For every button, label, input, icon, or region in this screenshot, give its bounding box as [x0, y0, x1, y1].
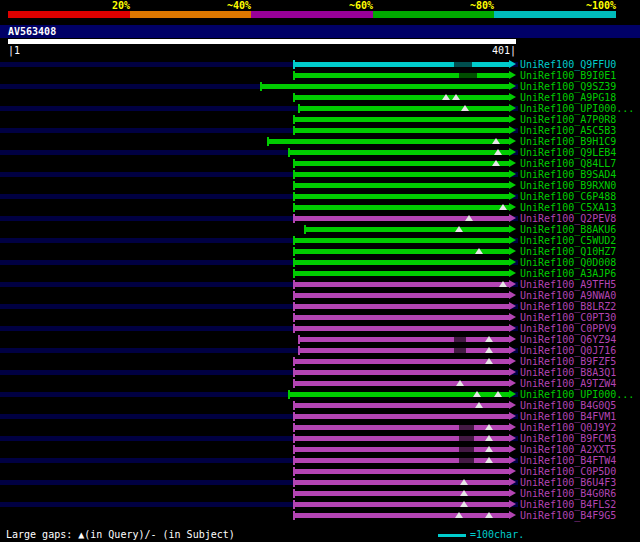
hit-label[interactable]: UniRef100_C6P488: [520, 192, 616, 202]
alignment-bar[interactable]: [294, 502, 510, 507]
hit-label[interactable]: UniRef100_Q0J9Y2: [520, 423, 616, 433]
hit-label[interactable]: UniRef100_Q10HZ7: [520, 247, 616, 257]
alignment-start-tick: [293, 181, 295, 190]
hit-label[interactable]: UniRef100_Q9SZ39: [520, 82, 616, 92]
alignment-start-tick: [293, 379, 295, 388]
hit-label[interactable]: UniRef100_C5XA13: [520, 203, 616, 213]
hit-label[interactable]: UniRef100_Q9FFU0: [520, 60, 616, 70]
alignment-bar[interactable]: [294, 161, 510, 166]
hit-label[interactable]: UniRef100_B4FLS2: [520, 500, 616, 510]
alignment-arrow-icon: [509, 379, 516, 387]
hit-label[interactable]: UniRef100_B8A3Q1: [520, 368, 616, 378]
hit-row: UniRef100_Q9LEB4: [0, 147, 640, 158]
alignment-bar[interactable]: [305, 227, 510, 232]
alignment-start-tick: [293, 71, 295, 80]
hit-label[interactable]: UniRef100_UPI000...: [520, 104, 634, 114]
alignment-bar[interactable]: [294, 315, 510, 320]
alignment-bar[interactable]: [294, 491, 510, 496]
hit-row: UniRef100_B4F9G5: [0, 510, 640, 521]
hit-label[interactable]: UniRef100_B4FTW4: [520, 456, 616, 466]
alignment-bar[interactable]: [294, 370, 510, 375]
alignment-start-tick: [293, 434, 295, 443]
alignment-bar[interactable]: [299, 106, 510, 111]
hit-label[interactable]: UniRef100_A5C5B3: [520, 126, 616, 136]
alignment-bar[interactable]: [294, 183, 510, 188]
alignment-bar[interactable]: [294, 172, 510, 177]
hit-label[interactable]: UniRef100_C0PT30: [520, 313, 616, 323]
alignment-bar[interactable]: [261, 84, 510, 89]
alignment-bar[interactable]: [294, 458, 510, 463]
hit-label[interactable]: UniRef100_C5WUD2: [520, 236, 616, 246]
alignment-bar[interactable]: [294, 238, 510, 243]
hit-label[interactable]: UniRef100_A9TZW4: [520, 379, 616, 389]
query-gap-icon: [475, 402, 483, 408]
alignment-bar[interactable]: [294, 513, 510, 518]
alignment-bar[interactable]: [294, 414, 510, 419]
hit-label[interactable]: UniRef100_B9FZF5: [520, 357, 616, 367]
alignment-bar[interactable]: [294, 216, 510, 221]
hit-label[interactable]: UniRef100_A2XXT5: [520, 445, 616, 455]
hit-label[interactable]: UniRef100_B9SAD4: [520, 170, 616, 180]
alignment-bar[interactable]: [289, 150, 510, 155]
hit-label[interactable]: UniRef100_Q0D008: [520, 258, 616, 268]
hit-label[interactable]: UniRef100_B9I0E1: [520, 71, 616, 81]
alignment-bar[interactable]: [294, 271, 510, 276]
hit-label[interactable]: UniRef100_A9TFH5: [520, 280, 616, 290]
alignment-start-tick: [293, 456, 295, 465]
alignment-bar[interactable]: [268, 139, 510, 144]
hit-label[interactable]: UniRef100_B8LRZ2: [520, 302, 616, 312]
alignment-bar[interactable]: [294, 95, 510, 100]
hit-label[interactable]: UniRef100_B6U4F3: [520, 478, 616, 488]
hit-row: UniRef100_Q0D008: [0, 257, 640, 268]
alignment-bar[interactable]: [294, 117, 510, 122]
alignment-start-tick: [293, 511, 295, 520]
hit-label[interactable]: UniRef100_Q9LEB4: [520, 148, 616, 158]
hit-label[interactable]: UniRef100_A9NWA0: [520, 291, 616, 301]
alignment-bar[interactable]: [294, 205, 510, 210]
hit-label[interactable]: UniRef100_B9FCM3: [520, 434, 616, 444]
alignment-bar[interactable]: [294, 359, 510, 364]
hit-label[interactable]: UniRef100_B4G0Q5: [520, 401, 616, 411]
alignment-bar[interactable]: [294, 293, 510, 298]
hit-label[interactable]: UniRef100_A7P0R8: [520, 115, 616, 125]
hit-label[interactable]: UniRef100_Q84LL7: [520, 159, 616, 169]
alignment-bar[interactable]: [294, 73, 510, 78]
alignment-bar[interactable]: [294, 194, 510, 199]
alignment-bar[interactable]: [294, 62, 510, 67]
hit-label[interactable]: UniRef100_Q6YZ94: [520, 335, 616, 345]
hit-label[interactable]: UniRef100_B9H1C9: [520, 137, 616, 147]
alignment-bar[interactable]: [294, 436, 510, 441]
alignment-bar[interactable]: [294, 425, 510, 430]
hit-label[interactable]: UniRef100_A9PG18: [520, 93, 616, 103]
alignment-start-tick: [267, 137, 269, 146]
query-gap-icon: [456, 380, 464, 386]
query-gap-icon: [485, 358, 493, 364]
alignment-bar[interactable]: [299, 348, 510, 353]
hit-label[interactable]: UniRef100_Q0J716: [520, 346, 616, 356]
alignment-bar[interactable]: [299, 337, 510, 342]
hit-label[interactable]: UniRef100_Q2PEV8: [520, 214, 616, 224]
hit-label[interactable]: UniRef100_B4G0R6: [520, 489, 616, 499]
alignment-bar[interactable]: [294, 447, 510, 452]
alignment-bar[interactable]: [294, 469, 510, 474]
hit-label[interactable]: UniRef100_A3AJP6: [520, 269, 616, 279]
hit-label[interactable]: UniRef100_C0P5D0: [520, 467, 616, 477]
hit-label[interactable]: UniRef100_C0PPV9: [520, 324, 616, 334]
alignment-bar[interactable]: [294, 128, 510, 133]
query-gap-icon: [485, 457, 493, 463]
alignment-bar[interactable]: [294, 480, 510, 485]
alignment-bar[interactable]: [294, 260, 510, 265]
alignment-bar[interactable]: [294, 326, 510, 331]
alignment-bar[interactable]: [294, 381, 510, 386]
hit-label[interactable]: UniRef100_B8AKU6: [520, 225, 616, 235]
alignment-bar[interactable]: [294, 304, 510, 309]
hit-label[interactable]: UniRef100_B4F9G5: [520, 511, 616, 521]
hit-label[interactable]: UniRef100_UPI000...: [520, 390, 634, 400]
hit-row: UniRef100_C5XA13: [0, 202, 640, 213]
hit-label[interactable]: UniRef100_B9RXN0: [520, 181, 616, 191]
hit-row: UniRef100_Q6YZ94: [0, 334, 640, 345]
query-gap-icon: [492, 160, 500, 166]
alignment-start-tick: [293, 291, 295, 300]
alignment-bar[interactable]: [294, 282, 510, 287]
hit-label[interactable]: UniRef100_B4FVM1: [520, 412, 616, 422]
